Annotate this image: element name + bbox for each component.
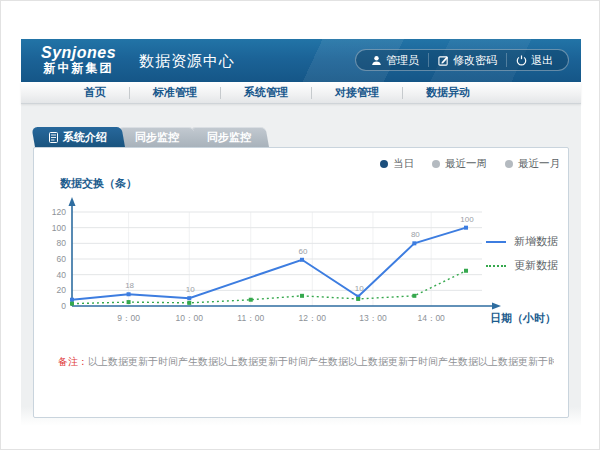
y-axis-title: 数据交换（条）	[60, 176, 137, 191]
main-nav: 首页 标准管理 系统管理 对接管理 数据异动	[21, 82, 581, 104]
data-point[interactable]	[127, 300, 131, 304]
data-point[interactable]	[300, 258, 304, 262]
tab-bar: 系统介绍 同步监控 同步监控	[35, 127, 569, 147]
data-point[interactable]	[300, 294, 304, 298]
logout-button[interactable]: 退出	[506, 53, 562, 67]
nav-item-home[interactable]: 首页	[61, 82, 129, 103]
point-label: 10	[355, 284, 364, 293]
legend-label: 更新数据	[514, 258, 558, 273]
radio-unselected-icon	[505, 160, 513, 168]
logout-label: 退出	[531, 53, 553, 68]
filter-option-today[interactable]: 当日	[380, 157, 414, 171]
app-window: Synjones 新中新集团 数据资源中心 管理员 修改密	[21, 39, 581, 426]
line-chart: 0204060801001209：0010：0011：0012：0013：001…	[42, 190, 562, 348]
data-point[interactable]	[464, 226, 468, 230]
tab-system-intro[interactable]: 系统介绍	[35, 127, 125, 147]
current-user-label: 管理员	[386, 53, 419, 68]
solid-line-swatch-icon	[486, 241, 506, 243]
time-range-filter: 当日 最近一周 最近一月	[380, 157, 560, 171]
x-tick-label: 14：00	[417, 313, 445, 323]
filter-label: 当日	[393, 157, 414, 171]
data-point[interactable]	[127, 292, 131, 296]
point-label: 10	[186, 285, 195, 294]
radio-selected-icon	[380, 160, 388, 168]
content-area: 系统介绍 同步监控 同步监控 当日	[21, 104, 581, 426]
x-tick-label: 9：00	[117, 313, 140, 323]
x-tick-label: 12：00	[299, 313, 327, 323]
data-point[interactable]	[464, 269, 468, 273]
point-label: 80	[411, 230, 420, 239]
footnote-label: 备注：	[58, 356, 88, 367]
logo-text-en: Synjones	[41, 44, 116, 61]
y-tick-label: 120	[52, 207, 66, 217]
y-tick-label: 40	[57, 270, 67, 280]
footnote: 备注：以上数据更新于时间产生数据以上数据更新于时间产生数据以上数据更新于时间产生…	[58, 355, 554, 369]
document-icon	[49, 132, 58, 143]
user-menu: 管理员 修改密码 退出	[355, 49, 569, 71]
y-tick-label: 100	[52, 223, 66, 233]
dotted-line-swatch-icon	[486, 265, 506, 267]
browser-viewport: Synjones 新中新集团 数据资源中心 管理员 修改密	[0, 0, 600, 450]
data-point[interactable]	[412, 241, 416, 245]
footnote-text: 以上数据更新于时间产生数据以上数据更新于时间产生数据以上数据更新于时间产生数据以…	[88, 356, 554, 367]
point-label: 100	[460, 215, 474, 224]
chart-panel: 当日 最近一周 最近一月 数据交换（条） 0204060801001209：00…	[33, 147, 569, 418]
x-axis-title: 日期（小时）	[490, 312, 556, 325]
logout-icon	[516, 55, 527, 66]
current-user-button[interactable]: 管理员	[362, 53, 428, 67]
x-tick-label: 11：00	[237, 313, 264, 323]
user-icon	[371, 55, 382, 66]
data-point[interactable]	[70, 298, 74, 302]
legend-item-new-data: 新增数据	[486, 234, 558, 249]
tab-sync-monitor-1[interactable]: 同步监控	[121, 127, 197, 147]
tab-label: 同步监控	[207, 127, 251, 147]
data-point[interactable]	[187, 296, 191, 300]
change-password-button[interactable]: 修改密码	[428, 53, 506, 67]
logo-text-cn: 新中新集团	[41, 61, 116, 75]
chart-container: 0204060801001209：0010：0011：0012：0013：001…	[42, 190, 562, 348]
data-point[interactable]	[187, 301, 191, 305]
filter-label: 最近一月	[518, 157, 560, 171]
edit-icon	[438, 55, 449, 66]
y-axis-arrow	[69, 197, 76, 206]
filter-option-last-week[interactable]: 最近一周	[432, 157, 487, 171]
point-label: 60	[299, 247, 308, 256]
company-logo[interactable]: Synjones 新中新集团	[41, 44, 116, 75]
page-title: 数据资源中心	[139, 52, 235, 71]
tab-sync-monitor-2[interactable]: 同步监控	[193, 127, 269, 147]
x-tick-label: 10：00	[176, 313, 204, 323]
app-header: Synjones 新中新集团 数据资源中心 管理员 修改密	[21, 39, 581, 82]
y-tick-label: 80	[57, 238, 67, 248]
y-tick-label: 0	[61, 301, 66, 311]
nav-item-standard-mgmt[interactable]: 标准管理	[130, 82, 220, 103]
data-point[interactable]	[249, 298, 253, 302]
y-tick-label: 20	[57, 285, 67, 295]
nav-item-interface-mgmt[interactable]: 对接管理	[312, 82, 402, 103]
x-axis-arrow	[492, 303, 501, 310]
change-password-label: 修改密码	[453, 53, 497, 68]
tab-label: 同步监控	[135, 127, 179, 147]
filter-option-last-month[interactable]: 最近一月	[505, 157, 560, 171]
filter-label: 最近一周	[445, 157, 487, 171]
nav-item-data-change[interactable]: 数据异动	[403, 82, 493, 103]
tab-label: 系统介绍	[63, 127, 107, 147]
y-tick-label: 60	[57, 254, 67, 264]
x-tick-label: 13：00	[359, 313, 387, 323]
data-point[interactable]	[70, 302, 74, 306]
point-label: 18	[125, 281, 134, 290]
radio-unselected-icon	[432, 160, 440, 168]
data-point[interactable]	[412, 294, 416, 298]
nav-item-system-mgmt[interactable]: 系统管理	[221, 82, 311, 103]
legend-label: 新增数据	[514, 234, 558, 249]
data-point[interactable]	[356, 297, 360, 301]
legend-item-updated-data: 更新数据	[486, 258, 558, 273]
chart-legend: 新增数据 更新数据	[486, 234, 558, 282]
